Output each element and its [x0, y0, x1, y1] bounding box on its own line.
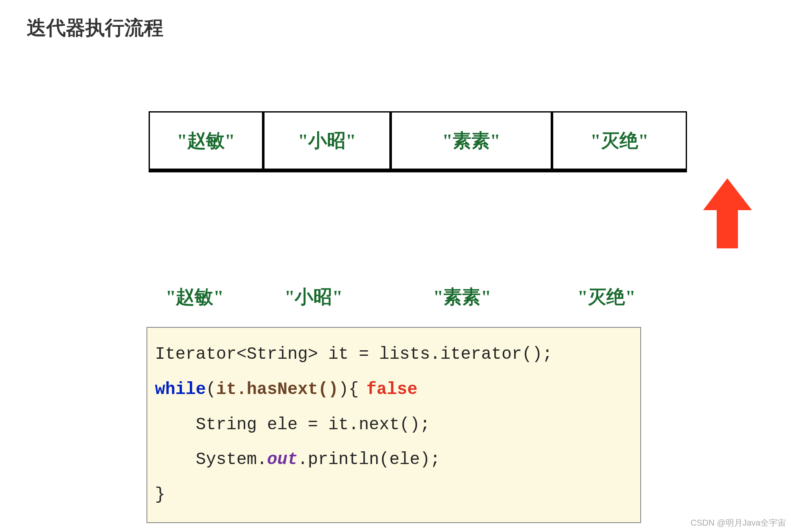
array-row: "赵敏" "小昭" "素素" "灭绝" [149, 111, 687, 172]
code-line: System.out.println(ele); [155, 442, 633, 478]
up-arrow-icon [703, 178, 752, 250]
code-line: while(it.hasNext()){false [155, 372, 633, 408]
annotation-false: false [366, 380, 417, 399]
code-line: Iterator<String> it = lists.iterator(); [155, 337, 633, 372]
output-item: "赵敏" [166, 284, 284, 310]
output-item: "小昭" [284, 284, 433, 310]
code-line: } [155, 478, 633, 513]
array-cell: "素素" [391, 111, 552, 170]
array-cell: "灭绝" [552, 111, 687, 170]
output-row: "赵敏" "小昭" "素素" "灭绝" [166, 284, 662, 310]
field-out: out [267, 450, 298, 469]
array-cell: "赵敏" [149, 111, 263, 170]
watermark: CSDN @明月Java全宇宙 [690, 517, 786, 529]
svg-marker-0 [703, 178, 752, 248]
array-cell: "小昭" [263, 111, 391, 170]
code-line: String ele = it.next(); [155, 408, 633, 443]
keyword-while: while [155, 380, 206, 399]
page-title: 迭代器执行流程 [27, 15, 163, 41]
output-item: "素素" [433, 284, 577, 310]
output-item: "灭绝" [577, 284, 662, 310]
code-block: Iterator<String> it = lists.iterator(); … [146, 327, 641, 523]
method-hasnext: it.hasNext() [216, 380, 338, 399]
